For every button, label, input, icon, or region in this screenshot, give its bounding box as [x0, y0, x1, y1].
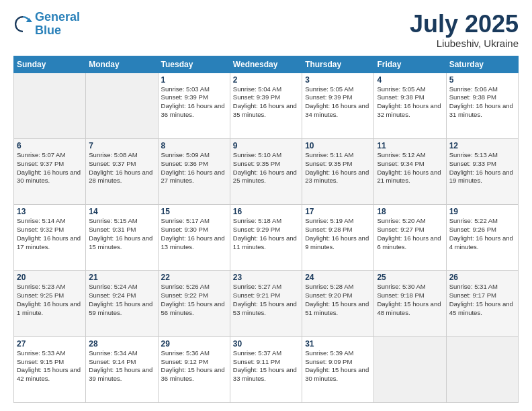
day-number: 23 — [233, 273, 299, 282]
calendar-cell: 30Sunrise: 5:37 AM Sunset: 9:11 PM Dayli… — [230, 336, 302, 402]
calendar-table: Sunday Monday Tuesday Wednesday Thursday… — [13, 56, 519, 403]
day-number: 10 — [305, 141, 371, 150]
logo-text: GeneralBlue — [35, 11, 80, 38]
col-wednesday: Wednesday — [230, 56, 302, 73]
month-title: July 2025 — [410, 11, 519, 38]
day-number: 4 — [377, 75, 443, 85]
col-thursday: Thursday — [302, 56, 374, 73]
calendar-cell: 5Sunrise: 5:06 AM Sunset: 9:38 PM Daylig… — [446, 73, 518, 138]
day-number: 19 — [449, 207, 515, 216]
day-info: Sunrise: 5:28 AM Sunset: 9:20 PM Dayligh… — [305, 283, 371, 317]
day-number: 29 — [161, 339, 227, 349]
calendar-week-3: 13Sunrise: 5:14 AM Sunset: 9:32 PM Dayli… — [14, 205, 519, 271]
day-number: 28 — [89, 339, 154, 349]
day-number: 7 — [89, 141, 154, 150]
day-number: 18 — [377, 207, 443, 216]
calendar-cell: 19Sunrise: 5:22 AM Sunset: 9:26 PM Dayli… — [446, 205, 518, 271]
calendar-cell: 22Sunrise: 5:26 AM Sunset: 9:22 PM Dayli… — [158, 271, 230, 336]
location-subtitle: Liubeshiv, Ukraine — [410, 38, 519, 49]
day-info: Sunrise: 5:13 AM Sunset: 9:33 PM Dayligh… — [449, 151, 515, 185]
day-number: 9 — [233, 141, 299, 150]
day-info: Sunrise: 5:14 AM Sunset: 9:32 PM Dayligh… — [17, 217, 83, 251]
calendar-cell: 29Sunrise: 5:36 AM Sunset: 9:12 PM Dayli… — [158, 336, 230, 402]
col-monday: Monday — [86, 56, 158, 73]
day-info: Sunrise: 5:04 AM Sunset: 9:39 PM Dayligh… — [233, 85, 299, 120]
day-info: Sunrise: 5:06 AM Sunset: 9:38 PM Dayligh… — [449, 85, 515, 120]
day-info: Sunrise: 5:17 AM Sunset: 9:30 PM Dayligh… — [161, 217, 227, 251]
day-number: 14 — [89, 207, 154, 216]
calendar-cell: 4Sunrise: 5:05 AM Sunset: 9:38 PM Daylig… — [374, 73, 446, 138]
day-info: Sunrise: 5:19 AM Sunset: 9:28 PM Dayligh… — [305, 217, 371, 251]
calendar-week-1: 1Sunrise: 5:03 AM Sunset: 9:39 PM Daylig… — [14, 73, 519, 138]
day-info: Sunrise: 5:23 AM Sunset: 9:25 PM Dayligh… — [17, 283, 83, 317]
day-info: Sunrise: 5:27 AM Sunset: 9:21 PM Dayligh… — [233, 283, 299, 317]
day-number: 12 — [449, 141, 515, 150]
calendar-cell — [14, 73, 86, 138]
day-info: Sunrise: 5:20 AM Sunset: 9:27 PM Dayligh… — [377, 217, 443, 251]
calendar-cell — [374, 336, 446, 402]
day-number: 24 — [305, 273, 371, 282]
calendar-cell: 23Sunrise: 5:27 AM Sunset: 9:21 PM Dayli… — [230, 271, 302, 336]
calendar-cell: 31Sunrise: 5:39 AM Sunset: 9:09 PM Dayli… — [302, 336, 374, 402]
day-info: Sunrise: 5:10 AM Sunset: 9:35 PM Dayligh… — [233, 151, 299, 185]
calendar-cell: 24Sunrise: 5:28 AM Sunset: 9:20 PM Dayli… — [302, 271, 374, 336]
calendar-cell: 1Sunrise: 5:03 AM Sunset: 9:39 PM Daylig… — [158, 73, 230, 138]
day-info: Sunrise: 5:15 AM Sunset: 9:31 PM Dayligh… — [89, 217, 154, 251]
calendar-cell: 26Sunrise: 5:31 AM Sunset: 9:17 PM Dayli… — [446, 271, 518, 336]
day-number: 3 — [305, 75, 371, 85]
calendar-cell: 21Sunrise: 5:24 AM Sunset: 9:24 PM Dayli… — [86, 271, 158, 336]
col-tuesday: Tuesday — [158, 56, 230, 73]
day-info: Sunrise: 5:33 AM Sunset: 9:15 PM Dayligh… — [17, 349, 83, 383]
calendar-cell: 28Sunrise: 5:34 AM Sunset: 9:14 PM Dayli… — [86, 336, 158, 402]
calendar-cell: 14Sunrise: 5:15 AM Sunset: 9:31 PM Dayli… — [86, 205, 158, 271]
calendar-week-5: 27Sunrise: 5:33 AM Sunset: 9:15 PM Dayli… — [14, 336, 519, 402]
logo-icon — [13, 15, 32, 34]
day-number: 15 — [161, 207, 227, 216]
day-info: Sunrise: 5:24 AM Sunset: 9:24 PM Dayligh… — [89, 283, 154, 317]
calendar-cell — [86, 73, 158, 138]
day-number: 17 — [305, 207, 371, 216]
day-number: 6 — [17, 141, 83, 150]
day-info: Sunrise: 5:03 AM Sunset: 9:39 PM Dayligh… — [161, 85, 227, 120]
day-number: 22 — [161, 273, 227, 282]
day-number: 27 — [17, 339, 83, 349]
header: GeneralBlue July 2025 Liubeshiv, Ukraine — [13, 11, 519, 49]
calendar-cell: 6Sunrise: 5:07 AM Sunset: 9:37 PM Daylig… — [14, 138, 86, 204]
day-info: Sunrise: 5:05 AM Sunset: 9:38 PM Dayligh… — [377, 85, 443, 120]
calendar-cell: 10Sunrise: 5:11 AM Sunset: 9:35 PM Dayli… — [302, 138, 374, 204]
day-number: 20 — [17, 273, 83, 282]
calendar-cell: 17Sunrise: 5:19 AM Sunset: 9:28 PM Dayli… — [302, 205, 374, 271]
day-info: Sunrise: 5:07 AM Sunset: 9:37 PM Dayligh… — [17, 151, 83, 185]
calendar-cell: 2Sunrise: 5:04 AM Sunset: 9:39 PM Daylig… — [230, 73, 302, 138]
calendar-cell: 12Sunrise: 5:13 AM Sunset: 9:33 PM Dayli… — [446, 138, 518, 204]
calendar-header-row: Sunday Monday Tuesday Wednesday Thursday… — [14, 56, 519, 73]
page: GeneralBlue July 2025 Liubeshiv, Ukraine… — [0, 0, 532, 411]
day-number: 8 — [161, 141, 227, 150]
day-number: 16 — [233, 207, 299, 216]
col-friday: Friday — [374, 56, 446, 73]
calendar-week-2: 6Sunrise: 5:07 AM Sunset: 9:37 PM Daylig… — [14, 138, 519, 204]
logo: GeneralBlue — [13, 11, 80, 38]
day-number: 31 — [305, 339, 371, 349]
col-sunday: Sunday — [14, 56, 86, 73]
day-info: Sunrise: 5:30 AM Sunset: 9:18 PM Dayligh… — [377, 283, 443, 317]
day-number: 21 — [89, 273, 154, 282]
calendar-cell: 27Sunrise: 5:33 AM Sunset: 9:15 PM Dayli… — [14, 336, 86, 402]
calendar-cell — [446, 336, 518, 402]
calendar-cell: 7Sunrise: 5:08 AM Sunset: 9:37 PM Daylig… — [86, 138, 158, 204]
day-info: Sunrise: 5:08 AM Sunset: 9:37 PM Dayligh… — [89, 151, 154, 185]
day-number: 30 — [233, 339, 299, 349]
day-number: 5 — [449, 75, 515, 85]
day-number: 2 — [233, 75, 299, 85]
calendar-cell: 16Sunrise: 5:18 AM Sunset: 9:29 PM Dayli… — [230, 205, 302, 271]
calendar-week-4: 20Sunrise: 5:23 AM Sunset: 9:25 PM Dayli… — [14, 271, 519, 336]
calendar-cell: 11Sunrise: 5:12 AM Sunset: 9:34 PM Dayli… — [374, 138, 446, 204]
title-block: July 2025 Liubeshiv, Ukraine — [410, 11, 519, 49]
calendar-cell: 3Sunrise: 5:05 AM Sunset: 9:39 PM Daylig… — [302, 73, 374, 138]
day-info: Sunrise: 5:18 AM Sunset: 9:29 PM Dayligh… — [233, 217, 299, 251]
calendar-cell: 25Sunrise: 5:30 AM Sunset: 9:18 PM Dayli… — [374, 271, 446, 336]
calendar-cell: 18Sunrise: 5:20 AM Sunset: 9:27 PM Dayli… — [374, 205, 446, 271]
calendar-cell: 9Sunrise: 5:10 AM Sunset: 9:35 PM Daylig… — [230, 138, 302, 204]
day-number: 1 — [161, 75, 227, 85]
calendar-cell: 20Sunrise: 5:23 AM Sunset: 9:25 PM Dayli… — [14, 271, 86, 336]
